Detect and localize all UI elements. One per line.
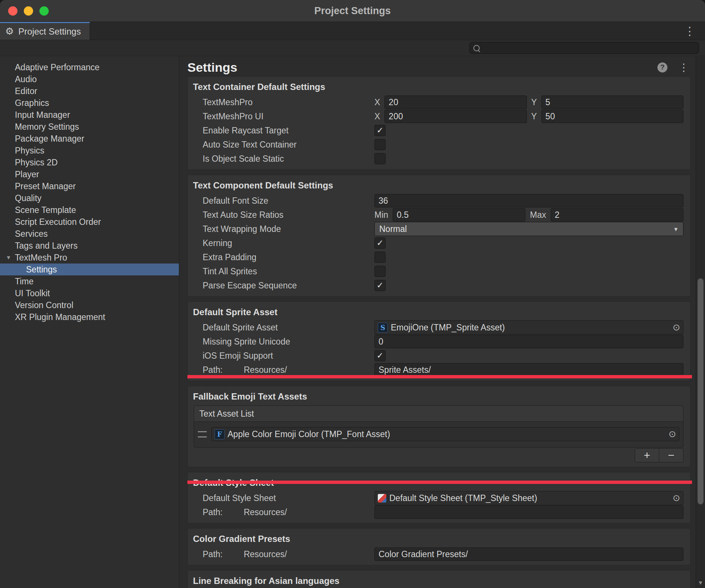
list-item: F Apple Color Emoji Color (TMP_Font Asse… <box>194 422 683 447</box>
parse-escape-checkbox[interactable]: ✓ <box>374 280 386 291</box>
default-sprite-asset-object-field[interactable]: S EmojiOne (TMP_Sprite Asset) ⊙ <box>374 320 683 335</box>
settings-sidebar: Adaptive Performance Audio Editor Graphi… <box>0 56 179 588</box>
add-item-button[interactable]: + <box>635 449 659 462</box>
sidebar-item-input-manager[interactable]: Input Manager <box>0 109 179 121</box>
auto-size-max-input[interactable] <box>551 208 683 222</box>
missing-sprite-unicode-input[interactable] <box>374 335 683 348</box>
row-ios-emoji-support: iOS Emoji Support ✓ <box>190 349 688 363</box>
row-text-auto-size-ratios: Text Auto Size Ratios Min Max <box>190 208 688 222</box>
y-label: Y <box>531 97 537 107</box>
object-picker-icon[interactable]: ⊙ <box>669 429 676 439</box>
object-scale-static-checkbox[interactable] <box>374 153 386 164</box>
sidebar-item-textmesh-pro[interactable]: ▼ TextMesh Pro <box>0 252 179 264</box>
section-header: Default Sprite Asset <box>190 305 688 320</box>
sidebar-item-editor[interactable]: Editor <box>0 85 179 97</box>
chevron-down-icon: ▼ <box>673 226 679 232</box>
main-header: Settings ? ⋮ <box>187 58 692 76</box>
sprite-asset-path-input[interactable] <box>374 363 683 377</box>
object-picker-icon[interactable]: ⊙ <box>673 493 680 503</box>
auto-size-checkbox[interactable] <box>374 139 386 150</box>
default-font-size-input[interactable] <box>374 194 683 207</box>
sidebar-item-scene-template[interactable]: Scene Template <box>0 204 179 216</box>
sidebar-item-xr-plugin-management[interactable]: XR Plugin Management <box>0 311 179 323</box>
text-asset-list: Text Asset List F Apple Color Emoji Colo… <box>194 406 683 448</box>
remove-item-button[interactable]: − <box>659 449 683 462</box>
minimize-button[interactable] <box>24 6 33 16</box>
scroll-down-icon[interactable]: ▼ <box>696 579 705 586</box>
row-missing-sprite-unicode: Missing Sprite Unicode <box>190 335 688 349</box>
kerning-checkbox[interactable]: ✓ <box>374 238 386 249</box>
section-text-container: Text Container Default Settings TextMesh… <box>187 76 690 170</box>
section-default-sprite-asset: Default Sprite Asset Default Sprite Asse… <box>187 301 690 381</box>
textmeshpro-x-input[interactable] <box>384 96 527 109</box>
textmeshpro-ui-y-input[interactable] <box>541 110 683 123</box>
extra-padding-checkbox[interactable] <box>374 252 386 263</box>
tint-all-sprites-checkbox[interactable] <box>374 266 386 277</box>
max-label: Max <box>530 210 546 220</box>
section-default-style-sheet: Default Style Sheet Default Style Sheet … <box>187 472 690 523</box>
sidebar-item-textmeshpro-settings[interactable]: Settings <box>0 264 179 275</box>
object-picker-icon[interactable]: ⊙ <box>673 322 680 333</box>
fallback-font-asset-object-field[interactable]: F Apple Color Emoji Color (TMP_Font Asse… <box>211 427 679 441</box>
section-color-gradient-presets: Color Gradient Presets Path: Resources/ <box>187 528 690 565</box>
sidebar-item-quality[interactable]: Quality <box>0 192 179 204</box>
style-sheet-icon <box>378 494 386 503</box>
section-line-breaking: Line Breaking for Asian languages Leadin… <box>187 570 690 588</box>
help-icon[interactable]: ? <box>657 62 667 72</box>
settings-sections: Text Container Default Settings TextMesh… <box>187 76 692 588</box>
y-label: Y <box>531 112 537 122</box>
tab-label: Project Settings <box>18 26 81 37</box>
drag-handle-icon[interactable] <box>198 431 207 437</box>
row-default-font-size: Default Font Size <box>190 194 688 208</box>
sidebar-item-script-execution-order[interactable]: Script Execution Order <box>0 216 179 228</box>
text-wrapping-mode-dropdown[interactable]: Normal ▼ <box>374 222 683 236</box>
tab-bar: ⚙ Project Settings ⋮ <box>0 22 705 40</box>
sidebar-item-services[interactable]: Services <box>0 228 179 240</box>
content: Adaptive Performance Audio Editor Graphi… <box>0 56 705 588</box>
section-header: Fallback Emoji Text Assets <box>190 389 688 405</box>
textmeshpro-y-input[interactable] <box>541 96 683 109</box>
style-sheet-path-input[interactable] <box>374 505 683 519</box>
sidebar-item-time[interactable]: Time <box>0 275 179 287</box>
text-asset-list-header: Text Asset List <box>194 406 683 422</box>
section-header: Color Gradient Presets <box>190 532 688 547</box>
panel-menu-icon[interactable]: ⋮ <box>676 61 692 74</box>
scrollbar-thumb[interactable] <box>698 278 704 504</box>
ios-emoji-support-checkbox[interactable]: ✓ <box>374 350 386 361</box>
sidebar-item-preset-manager[interactable]: Preset Manager <box>0 180 179 192</box>
textmeshpro-ui-x-input[interactable] <box>384 110 527 123</box>
auto-size-min-input[interactable] <box>393 208 525 222</box>
sidebar-item-package-manager[interactable]: Package Manager <box>0 133 179 145</box>
vertical-scrollbar[interactable]: ▼ <box>696 56 705 588</box>
sidebar-item-physics[interactable]: Physics <box>0 145 179 156</box>
sidebar-item-graphics[interactable]: Graphics <box>0 97 179 109</box>
x-label: X <box>374 97 380 107</box>
row-color-gradient-path: Path: Resources/ <box>190 547 688 561</box>
zoom-button[interactable] <box>39 6 49 16</box>
default-style-sheet-object-field[interactable]: Default Style Sheet (TMP_Style Sheet) ⊙ <box>374 491 683 505</box>
tab-project-settings[interactable]: ⚙ Project Settings <box>0 22 90 40</box>
search-input[interactable] <box>483 43 695 53</box>
close-button[interactable] <box>8 6 17 16</box>
row-default-style-sheet: Default Style Sheet Default Style Sheet … <box>190 491 688 505</box>
list-footer: + − <box>190 448 683 462</box>
project-settings-window: Project Settings ⚙ Project Settings ⋮ Ad… <box>0 0 705 588</box>
section-header: Text Component Default Settings <box>190 178 688 194</box>
sidebar-item-tags-and-layers[interactable]: Tags and Layers <box>0 240 179 252</box>
foldout-expanded-icon[interactable]: ▼ <box>4 252 13 264</box>
sidebar-item-version-control[interactable]: Version Control <box>0 299 179 311</box>
row-default-sprite-asset: Default Sprite Asset S EmojiOne (TMP_Spr… <box>190 320 688 335</box>
sidebar-item-physics-2d[interactable]: Physics 2D <box>0 156 179 168</box>
row-sprite-asset-path: Path: Resources/ <box>190 363 688 377</box>
enable-raycast-checkbox[interactable]: ✓ <box>374 125 386 136</box>
sidebar-item-player[interactable]: Player <box>0 168 179 180</box>
search-icon <box>473 45 480 51</box>
sidebar-item-audio[interactable]: Audio <box>0 73 179 85</box>
tab-bar-menu-icon[interactable]: ⋮ <box>675 25 705 38</box>
color-gradient-path-input[interactable] <box>374 547 683 561</box>
sidebar-item-ui-toolkit[interactable]: UI Toolkit <box>0 287 179 299</box>
sidebar-item-adaptive-performance[interactable]: Adaptive Performance <box>0 61 179 73</box>
search-box[interactable] <box>469 42 699 54</box>
sidebar-item-memory-settings[interactable]: Memory Settings <box>0 121 179 133</box>
page-title: Settings <box>187 60 237 75</box>
